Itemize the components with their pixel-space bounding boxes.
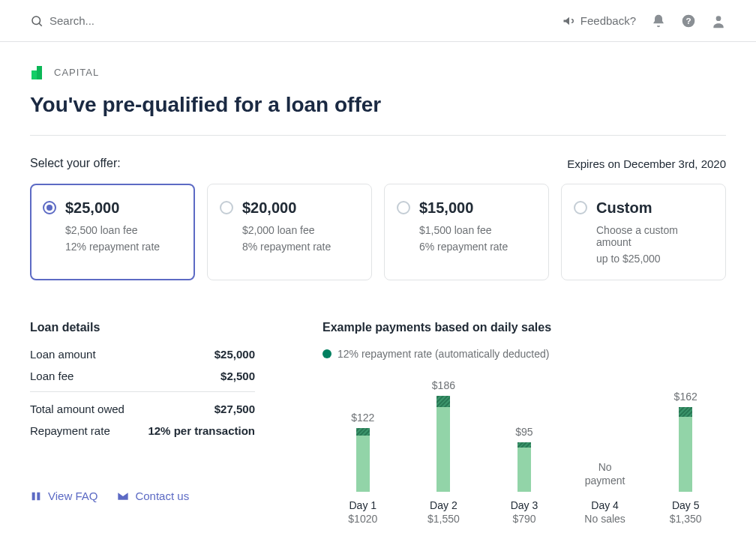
- view-faq-link[interactable]: View FAQ: [30, 490, 98, 502]
- offer-fee: $1,500 loan fee: [419, 224, 508, 236]
- detail-value: $27,500: [214, 403, 255, 415]
- offer-body: $15,000$1,500 loan fee6% repayment rate: [419, 199, 508, 265]
- axis-category-label: Day 4: [591, 499, 619, 511]
- detail-value: 12% per transaction: [148, 424, 255, 437]
- help-icon[interactable]: ?: [681, 13, 696, 28]
- offer-card-1[interactable]: $20,000$2,000 loan fee8% repayment rate: [207, 184, 372, 280]
- offer-cards: $25,000$2,500 loan fee12% repayment rate…: [30, 184, 726, 280]
- offer-rate: 12% repayment rate: [65, 241, 160, 253]
- axis-sub-label: $790: [512, 513, 536, 525]
- offer-card-0[interactable]: $25,000$2,500 loan fee12% repayment rate: [30, 184, 195, 280]
- topbar-right: Feedback? ?: [562, 13, 726, 28]
- offer-body: $25,000$2,500 loan fee12% repayment rate: [65, 199, 160, 265]
- brand-text: CAPITAL: [54, 67, 99, 78]
- bar-top-hatch: [436, 396, 450, 407]
- offer-fee: $2,000 loan fee: [242, 224, 331, 236]
- chart-section: Example payments based on daily sales 12…: [322, 321, 726, 525]
- chart-legend: 12% repayment rate (automatically deduct…: [322, 348, 726, 360]
- axis-category-label: Day 5: [672, 499, 700, 511]
- bar-wrap: No payment: [579, 379, 632, 492]
- contact-label: Contact us: [135, 490, 189, 502]
- detail-label: Loan fee: [30, 370, 74, 382]
- user-icon[interactable]: [711, 13, 726, 28]
- expiry-text: Expires on December 3rd, 2020: [567, 157, 726, 170]
- offer-fee: Choose a custom amount: [596, 224, 712, 248]
- bar-wrap: $95: [515, 379, 532, 492]
- detail-value: $2,500: [220, 370, 255, 382]
- axis-category-label: Day 2: [430, 499, 458, 511]
- offer-amount: $25,000: [65, 199, 160, 217]
- loan-total-row: Repayment rate12% per transaction: [30, 424, 255, 437]
- offer-body: $20,000$2,000 loan fee8% repayment rate: [242, 199, 331, 265]
- radio-icon: [220, 201, 233, 214]
- axis-category-label: Day 1: [350, 499, 377, 511]
- offer-amount: $15,000: [419, 199, 508, 217]
- feedback-label: Feedback?: [580, 14, 636, 27]
- select-row: Select your offer: Expires on December 3…: [30, 157, 726, 170]
- feedback-link[interactable]: Feedback?: [562, 14, 636, 28]
- axis-sub-label: $1,550: [428, 513, 460, 525]
- radio-icon: [397, 201, 410, 214]
- detail-label: Total amount owed: [30, 403, 124, 415]
- bar-value-label: $186: [432, 379, 455, 391]
- offer-rate: 6% repayment rate: [419, 241, 508, 253]
- radio-icon: [43, 201, 56, 214]
- bar-top-hatch: [518, 442, 531, 448]
- megaphone-icon: [562, 14, 576, 28]
- axis-category-label: Day 3: [511, 499, 538, 511]
- mail-icon: [117, 490, 129, 502]
- title-divider: [30, 135, 726, 136]
- detail-label: Repayment rate: [30, 424, 110, 437]
- bell-icon[interactable]: [651, 13, 666, 28]
- chart-title: Example payments based on daily sales: [322, 321, 726, 334]
- capital-logo-icon: [30, 64, 45, 79]
- bar-value-label: $95: [515, 426, 532, 438]
- offer-amount: $20,000: [242, 199, 331, 217]
- svg-point-4: [716, 16, 722, 21]
- offer-body: CustomChoose a custom amountup to $25,00…: [596, 199, 712, 265]
- page-title: You've pre-qualified for a loan offer: [30, 93, 726, 117]
- loan-detail-row: Loan fee$2,500: [30, 370, 255, 382]
- offer-card-2[interactable]: $15,000$1,500 loan fee6% repayment rate: [384, 184, 549, 280]
- contact-us-link[interactable]: Contact us: [117, 490, 189, 502]
- offer-fee: $2,500 loan fee: [65, 224, 160, 236]
- loan-total-row: Total amount owed$27,500: [30, 403, 255, 415]
- svg-line-1: [39, 23, 42, 26]
- loan-details-divider: [30, 391, 255, 392]
- search-input[interactable]: [50, 14, 200, 27]
- brand-row: CAPITAL: [30, 64, 726, 79]
- main-content: CAPITAL You've pre-qualified for a loan …: [0, 42, 756, 525]
- axis-sub-label: $1020: [348, 513, 377, 525]
- bar-top-hatch: [356, 428, 370, 436]
- legend-dot-icon: [322, 349, 332, 358]
- chart-column-1: $186Day 2$1,550: [406, 379, 481, 525]
- bar-value-label: $122: [351, 412, 374, 424]
- svg-point-0: [32, 16, 40, 25]
- topbar: Feedback? ?: [0, 0, 756, 42]
- search-icon: [30, 14, 44, 28]
- faq-label: View FAQ: [48, 490, 98, 502]
- chart-column-0: $122Day 1$1020: [326, 379, 400, 525]
- offer-card-3[interactable]: CustomChoose a custom amountup to $25,00…: [561, 184, 726, 280]
- svg-text:?: ?: [686, 16, 691, 25]
- chart-column-4: $162Day 5$1,350: [648, 379, 723, 525]
- faq-icon: [30, 490, 42, 502]
- bar-wrap: $162: [674, 379, 698, 492]
- chart-column-3: No paymentDay 4No sales: [568, 379, 643, 525]
- detail-label: Loan amount: [30, 348, 96, 361]
- loan-detail-row: Loan amount$25,000: [30, 348, 255, 361]
- bar-top-hatch: [679, 407, 692, 418]
- loan-details-panel: Loan details Loan amount$25,000Loan fee$…: [30, 321, 255, 525]
- legend-text: 12% repayment rate (automatically deduct…: [338, 348, 549, 360]
- search-wrap[interactable]: [30, 14, 562, 28]
- bar: [679, 407, 692, 492]
- chart-column-2: $95Day 3$790: [487, 379, 562, 525]
- footer-links: View FAQ Contact us: [30, 490, 255, 502]
- chart-area: $122Day 1$1020$186Day 2$1,550$95Day 3$79…: [322, 375, 726, 525]
- bar: [436, 396, 450, 492]
- bar-value-label: No payment: [579, 460, 632, 487]
- offer-amount: Custom: [596, 199, 712, 217]
- detail-value: $25,000: [214, 348, 255, 361]
- radio-icon: [574, 201, 587, 214]
- bar-value-label: $162: [674, 391, 698, 403]
